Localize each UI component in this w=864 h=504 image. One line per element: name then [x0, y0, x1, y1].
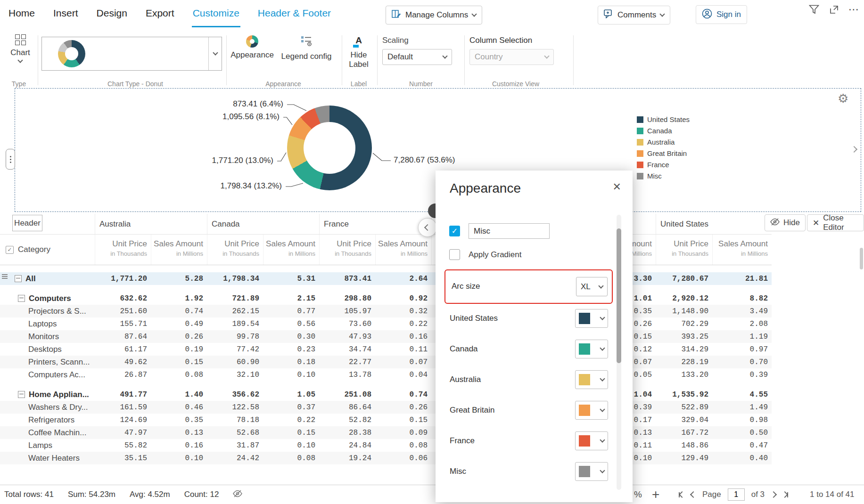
grid-cell[interactable]: 24.84	[319, 439, 375, 452]
menu-tab-design[interactable]: Design	[96, 0, 128, 27]
grid-cell[interactable]: 78.18	[207, 414, 263, 426]
grid-cell[interactable]: 5.31	[263, 272, 319, 285]
color-dropdown-canada[interactable]	[575, 340, 608, 358]
grid-cell[interactable]: 0.23	[263, 343, 319, 356]
measure-header[interactable]: Unit Pricein Thousands	[207, 235, 263, 265]
menu-tab-insert[interactable]: Insert	[52, 0, 79, 27]
grid-cell[interactable]: 0.11	[375, 343, 431, 356]
grid-cell[interactable]: 0.74	[151, 305, 207, 317]
menu-tab-export[interactable]: Export	[145, 0, 175, 27]
grid-cell[interactable]: 47.97	[95, 426, 151, 439]
grid-cell[interactable]: 0.74	[375, 388, 431, 401]
grid-cell[interactable]: 148.86	[656, 439, 712, 452]
grid-cell[interactable]: 329.04	[656, 414, 712, 426]
legend-item-united-states[interactable]: United States	[637, 115, 690, 123]
grid-cell[interactable]: 60.90	[207, 356, 263, 368]
grid-cell[interactable]: 1.49	[712, 401, 772, 414]
grid-cell[interactable]: 105.97	[319, 305, 375, 317]
grid-cell[interactable]: 8.82	[712, 292, 772, 305]
row-header-desktops[interactable]: Desktops	[0, 343, 95, 356]
close-icon[interactable]: ✕	[613, 181, 621, 193]
hide-button[interactable]: Hide	[765, 214, 806, 231]
grid-cell[interactable]: 0.10	[263, 439, 319, 452]
legend-item-france[interactable]: France	[637, 161, 690, 169]
column-header-canada[interactable]: Canada	[207, 214, 319, 234]
grid-cell[interactable]: 26.87	[95, 368, 151, 381]
grid-cell[interactable]: 99.78	[207, 330, 263, 343]
grid-cell[interactable]: 28.38	[319, 426, 375, 439]
grid-cell[interactable]: 0.97	[712, 343, 772, 356]
grid-cell[interactable]: 86.64	[319, 401, 375, 414]
grid-cell[interactable]: 393.25	[656, 330, 712, 343]
grid-cell[interactable]: 0.08	[151, 368, 207, 381]
grid-cell[interactable]: 19.24	[319, 452, 375, 464]
grid-cell[interactable]: 52.82	[319, 414, 375, 426]
grid-cell[interactable]: 189.54	[207, 317, 263, 330]
row-header-water-heaters[interactable]: Water Heaters	[0, 452, 95, 464]
first-page-button[interactable]	[679, 492, 684, 497]
grid-cell[interactable]: 0.98	[712, 414, 772, 426]
grid-cell[interactable]: 3.49	[712, 305, 772, 317]
grid-cell[interactable]: 0.35	[151, 414, 207, 426]
grid-cell[interactable]: 491.77	[95, 388, 151, 401]
row-header-coffee-machin[interactable]: Coffee Machin...	[0, 426, 95, 439]
misc-name-input[interactable]	[469, 223, 550, 239]
chart-type-button[interactable]: Chart	[7, 34, 34, 62]
grid-cell[interactable]: 13.78	[319, 368, 375, 381]
collapse-icon[interactable]	[15, 275, 22, 282]
grid-cell[interactable]: 5.28	[151, 272, 207, 285]
grid-cell[interactable]: 4.55	[712, 388, 772, 401]
grid-cell[interactable]: 1.92	[151, 292, 207, 305]
grid-cell[interactable]: 2.08	[712, 317, 772, 330]
grid-cell[interactable]: 87.64	[95, 330, 151, 343]
grid-cell[interactable]: 873.41	[319, 272, 375, 285]
grid-cell[interactable]: 522.89	[656, 401, 712, 414]
row-header-washers-dry[interactable]: Washers & Dry...	[0, 401, 95, 414]
add-button[interactable]: +	[652, 485, 659, 504]
color-dropdown-australia[interactable]	[575, 370, 608, 389]
menu-tab-customize[interactable]: Customize	[192, 0, 240, 27]
grid-cell[interactable]: 314.29	[656, 343, 712, 356]
grid-cell[interactable]: 34.74	[319, 343, 375, 356]
chart-type-dropdown[interactable]	[208, 37, 222, 70]
grid-cell[interactable]: 0.07	[375, 356, 431, 368]
grid-cell[interactable]: 32.10	[207, 368, 263, 381]
measure-header[interactable]: Unit Pricein Thousands	[319, 235, 375, 265]
manage-columns-button[interactable]: Manage Columns	[386, 6, 482, 24]
grid-cell[interactable]: 356.62	[207, 388, 263, 401]
menu-tab-header-footer[interactable]: Header & Footer	[257, 0, 332, 27]
row-header-laptops[interactable]: Laptops	[0, 317, 95, 330]
grid-cell[interactable]: 0.26	[375, 401, 431, 414]
grid-cell[interactable]: 167.72	[656, 426, 712, 439]
menu-tab-home[interactable]: Home	[8, 0, 36, 27]
color-dropdown-great-britain[interactable]	[575, 401, 608, 420]
grid-cell[interactable]: 0.10	[151, 452, 207, 464]
grid-cell[interactable]: 73.60	[319, 317, 375, 330]
grid-cell[interactable]: 632.62	[95, 292, 151, 305]
color-dropdown-misc[interactable]	[575, 462, 608, 481]
grid-cell[interactable]: 0.49	[151, 317, 207, 330]
fullscreen-icon[interactable]	[828, 4, 839, 15]
grid-cell[interactable]: 0.16	[375, 330, 431, 343]
hide-label-button[interactable]: A Hide Label	[342, 35, 376, 69]
legend-item-misc[interactable]: Misc	[637, 172, 690, 180]
grid-cell[interactable]: 21.81	[712, 272, 772, 285]
prev-page-button[interactable]	[691, 492, 696, 497]
collapse-icon[interactable]	[18, 391, 25, 398]
row-header-monitors[interactable]: Monitors	[0, 330, 95, 343]
column-header-france[interactable]: France	[319, 214, 431, 234]
row-drag-icon[interactable]	[2, 274, 8, 279]
arc-size-dropdown[interactable]: XL	[576, 277, 608, 296]
grid-cell[interactable]: 1,148.90	[656, 305, 712, 317]
grid-cell[interactable]: 0.18	[263, 356, 319, 368]
apply-gradient-checkbox[interactable]	[449, 249, 460, 260]
grid-cell[interactable]: 0.47	[712, 439, 772, 452]
grid-cell[interactable]: 1,535.92	[656, 388, 712, 401]
grid-cell[interactable]: 0.08	[375, 439, 431, 452]
page-input[interactable]	[728, 488, 745, 501]
grid-cell[interactable]: 0.50	[712, 426, 772, 439]
color-dropdown-france[interactable]	[575, 431, 608, 450]
gear-icon[interactable]: ⚙	[838, 91, 848, 106]
appearance-button[interactable]: Appearance	[226, 35, 278, 60]
grid-cell[interactable]: 1,798.34	[207, 272, 263, 285]
